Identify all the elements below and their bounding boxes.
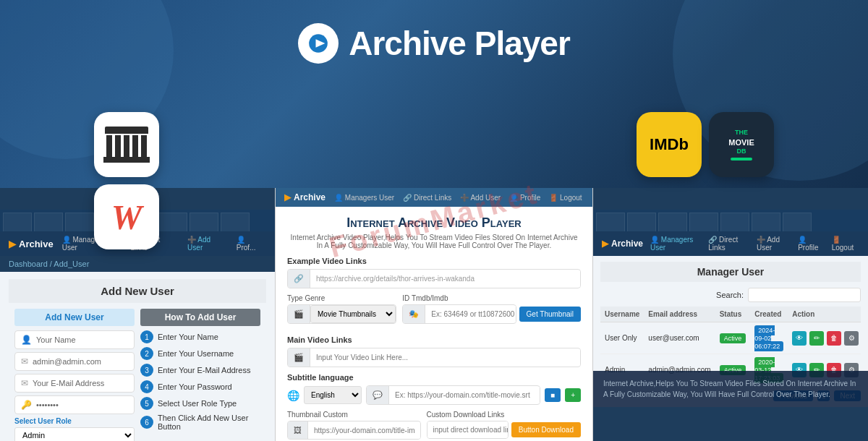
lang-row: 🌐 English 💬 ■ +: [287, 385, 581, 405]
step-6: 6 Then Click Add New User Button: [140, 414, 260, 431]
center-nav-logout[interactable]: 🚪 Logout: [549, 194, 582, 202]
left-side-icons: W: [94, 112, 159, 249]
how-to-label: How To Add User: [140, 309, 260, 326]
download-group: [427, 421, 509, 439]
wattpad-app-icon[interactable]: W: [94, 184, 159, 249]
center-brand: ▶ Archive: [284, 192, 326, 202]
row1-key-icon[interactable]: ⚙: [844, 331, 859, 346]
id-tmdb-label: ID Tmdb/Imdb: [402, 294, 581, 302]
right-nav: ▶ Archive 👤 Managers User 🔗 Direct Links…: [593, 231, 868, 256]
col-action: Action: [788, 307, 861, 322]
imdb-app-icon[interactable]: IMDb: [637, 112, 702, 177]
table-head: Username Email address Status Created Ac…: [600, 307, 861, 322]
app-title: Archive Player: [349, 24, 570, 63]
center-nav-managers[interactable]: 👤 Managers User: [334, 194, 394, 202]
row1-delete-icon[interactable]: 🗑: [827, 331, 841, 346]
step-num-5: 5: [140, 397, 153, 410]
left-breadcrumb: Dashboard / Add_User: [0, 256, 275, 272]
logo-icon: [298, 23, 339, 64]
col-created: Created: [750, 307, 788, 322]
type-genre-label: Type Genre: [287, 294, 396, 302]
subtitle-input[interactable]: [389, 387, 540, 403]
subtitle-btn-blue[interactable]: ■: [545, 388, 561, 402]
username-field[interactable]: ✉ admin@admin.com: [14, 352, 135, 371]
role-select-label: Select User Role: [14, 417, 135, 425]
email-field[interactable]: ✉ Your E-Mail Address: [14, 374, 135, 393]
subtitle-input-group: 💬: [366, 385, 540, 405]
download-col: Custom Download Links Button Download: [427, 411, 581, 441]
thumb-label: Thumbnail Custom: [287, 411, 421, 419]
example-links-header: Example Video Links: [287, 257, 581, 265]
thumb-col: Thumbnail Custom 🖼: [287, 411, 421, 441]
center-nav: ▶ Archive 👤 Managers User 🔗 Direct Links…: [276, 188, 592, 207]
step-num-6: 6: [140, 416, 153, 429]
tmdb-bar: [731, 158, 752, 160]
password-field[interactable]: 🔑 ••••••••: [14, 395, 135, 414]
example-url-group: 🔗: [287, 269, 581, 288]
example-url-input[interactable]: [310, 270, 580, 287]
right-bottom-text-panel: Internet Archive,Helps You To Stream Vid…: [593, 371, 868, 407]
left-nav-adduser[interactable]: ➕ Add User: [187, 236, 228, 252]
video-input-group: 🎬: [287, 348, 581, 367]
logo-area: Archive Player: [298, 23, 570, 64]
tmdb-app-icon[interactable]: THE MOVIE DB: [709, 112, 774, 177]
right-nav-direct[interactable]: 🔗 Direct Links: [708, 236, 749, 252]
type-id-row: Type Genre 🎬 Movie Thumbnails ID Tmdb/Im…: [287, 294, 581, 330]
get-thumbnail-button[interactable]: Get Thumbnail: [519, 307, 581, 322]
search-row: Search:: [600, 288, 861, 302]
id-tmdb-input[interactable]: [425, 306, 516, 322]
step-num-2: 2: [140, 347, 153, 360]
row1-date-badge: 2024-09-02 06:07:22: [754, 325, 783, 351]
row1-action: 👁 ✏ 🗑 ⚙: [788, 322, 861, 354]
col-username: Username: [600, 307, 644, 322]
archive-app-icon[interactable]: [94, 112, 159, 177]
role-select[interactable]: Admin: [14, 427, 135, 441]
arch-base: [103, 157, 150, 163]
center-nav-direct[interactable]: 🔗 Direct Links: [403, 194, 451, 202]
video-input[interactable]: [310, 349, 580, 366]
tmdb-line2: MOVIE: [728, 137, 754, 147]
center-nav-profile[interactable]: 👤 Profile: [509, 194, 540, 202]
add-new-user-title: Add New User: [9, 279, 266, 303]
subtitle-btn-green[interactable]: +: [565, 388, 581, 402]
type-genre-select[interactable]: Movie Thumbnails: [310, 305, 396, 323]
imdb-label: IMDb: [650, 135, 689, 154]
row1-view-icon[interactable]: 👁: [792, 331, 807, 346]
right-panel: ▶ Archive 👤 Managers User 🔗 Direct Links…: [593, 188, 868, 441]
search-input[interactable]: [748, 288, 861, 302]
type-genre-col: Type Genre 🎬 Movie Thumbnails: [287, 294, 396, 330]
right-nav-logout[interactable]: 🚪 Logout: [832, 236, 859, 252]
center-body: Internet Archive Video Player Internet A…: [276, 207, 592, 441]
right-nav-managers[interactable]: 👤 Managers User: [650, 236, 701, 252]
thumb-download-row: Thumbnail Custom 🖼 Custom Download Links…: [287, 411, 581, 441]
row1-edit-icon[interactable]: ✏: [809, 331, 824, 346]
step-2: 2 Enter Your Username: [140, 347, 260, 360]
arch-col-4: [132, 135, 138, 157]
thumb-input[interactable]: [308, 422, 420, 439]
name-field[interactable]: 👤 Your Name: [14, 330, 135, 349]
row1-status-badge: Active: [720, 333, 746, 343]
archive-building-icon: [103, 127, 150, 163]
right-nav-profile[interactable]: 👤 Profile: [798, 236, 824, 252]
link-icon: 🔗: [288, 270, 310, 288]
row1-email: user@user.com: [644, 322, 715, 354]
download-input[interactable]: [427, 421, 509, 438]
type-genre-group: 🎬 Movie Thumbnails: [287, 304, 396, 324]
add-new-user-section-label: Add New User: [14, 309, 135, 326]
center-nav-adduser[interactable]: ➕ Add User: [460, 194, 501, 202]
left-panel-body: Add New User Add New User 👤 Your Name ✉: [0, 272, 275, 441]
left-nav-profile[interactable]: 👤 Prof...: [237, 236, 266, 252]
email-icon: ✉: [21, 378, 28, 388]
step-num-1: 1: [140, 330, 153, 343]
lang-select[interactable]: English: [304, 386, 362, 404]
arch-col-2: [115, 135, 121, 157]
right-brand: ▶ Archive: [602, 239, 643, 249]
wattpad-letter: W: [111, 197, 142, 237]
video-icon: 🎬: [288, 348, 310, 367]
search-label: Search:: [716, 291, 744, 299]
right-nav-adduser[interactable]: ➕ Add User: [757, 236, 791, 252]
center-title: Internet Archive Video Player: [287, 215, 581, 231]
btn-download[interactable]: Button Download: [511, 422, 581, 437]
download-label: Custom Download Links: [427, 411, 581, 419]
arch-col-5: [141, 135, 147, 157]
